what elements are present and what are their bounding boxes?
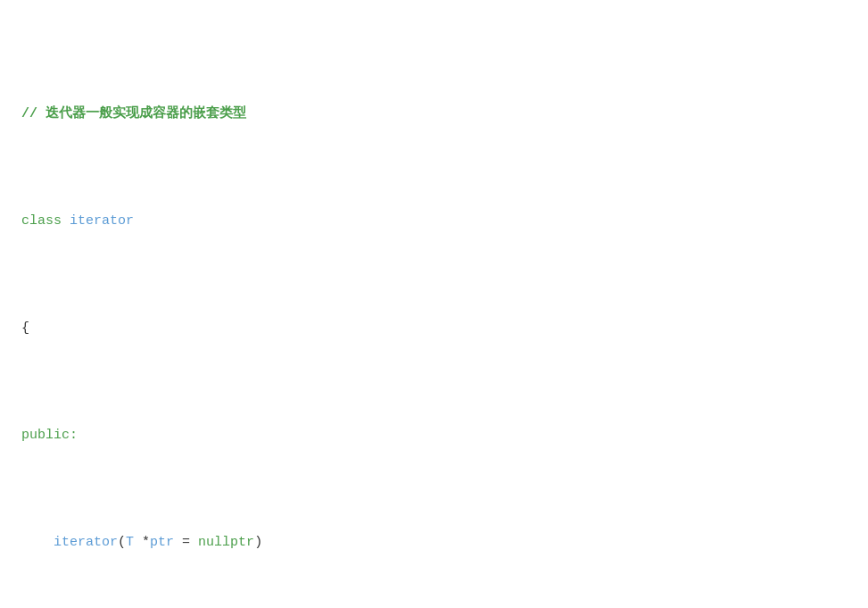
param-ptr: ptr xyxy=(150,535,174,550)
indent-5 xyxy=(21,535,54,550)
comment-chinese-1: // 迭代器一般实现成容器的嵌套类型 xyxy=(21,106,246,121)
constructor-params: ( xyxy=(118,535,126,550)
code-container: // 迭代器一般实现成容器的嵌套类型 class iterator { publ… xyxy=(0,0,868,608)
line-2: class iterator xyxy=(21,211,847,232)
line-1: // 迭代器一般实现成容器的嵌套类型 xyxy=(21,104,847,125)
close-paren-1: ) xyxy=(254,535,262,550)
brace-open-1: { xyxy=(21,321,29,336)
ptr-param: * xyxy=(134,535,150,550)
keyword-class: class xyxy=(21,213,62,229)
code-block: // 迭代器一般实现成容器的嵌套类型 class iterator { publ… xyxy=(21,18,847,608)
type-T-1: T xyxy=(126,535,134,550)
line-4: public: xyxy=(21,425,847,446)
line-5: iterator(T *ptr = nullptr) xyxy=(21,532,847,554)
default-param: = xyxy=(174,535,198,550)
keyword-public: public: xyxy=(21,428,78,443)
constructor-name: iterator xyxy=(54,535,118,550)
class-name-iterator: iterator xyxy=(62,213,134,229)
keyword-nullptr: nullptr xyxy=(198,535,254,550)
line-3: { xyxy=(21,318,847,339)
